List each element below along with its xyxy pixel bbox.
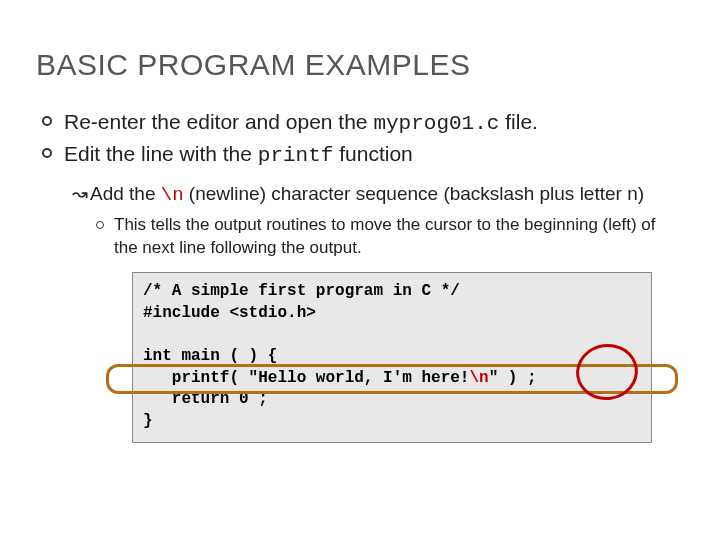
arrow-icon: ↝ xyxy=(72,181,90,207)
bullet-list-level1: Re-enter the editor and open the myprog0… xyxy=(42,108,676,171)
code-line-1: /* A simple first program in C */ xyxy=(143,282,460,300)
bullet1-code: myprog01.c xyxy=(373,112,499,135)
sub-text-pre: Add the xyxy=(90,183,161,204)
slide-title: BASIC PROGRAM EXAMPLES xyxy=(36,48,676,82)
subsub-text: This tells the output routines to move t… xyxy=(114,215,655,257)
bullet1-text-post: file. xyxy=(499,110,538,133)
bullet2-code: printf xyxy=(258,144,334,167)
sub-code: \n xyxy=(161,184,184,206)
slide: BASIC PROGRAM EXAMPLES Re-enter the edit… xyxy=(0,0,720,540)
bullet-list-level3: This tells the output routines to move t… xyxy=(96,214,676,260)
code-block: /* A simple first program in C */ #inclu… xyxy=(132,272,652,443)
code-line-5c: " ) ; xyxy=(489,369,537,387)
code-line-4: int main ( ) { xyxy=(143,347,277,365)
code-line-7: } xyxy=(143,412,153,430)
code-block-wrap: /* A simple first program in C */ #inclu… xyxy=(132,272,652,443)
bullet2-text-post: function xyxy=(333,142,412,165)
code-line-6: return 0 ; xyxy=(143,390,268,408)
code-line-2: #include <stdio.h> xyxy=(143,304,316,322)
bullet1-text-pre: Re-enter the editor and open the xyxy=(64,110,373,133)
bullet2-text-pre: Edit the line with the xyxy=(64,142,258,165)
bullet-item-1: Re-enter the editor and open the myprog0… xyxy=(42,108,676,138)
code-line-5a: printf( "Hello world, I'm here! xyxy=(143,369,469,387)
code-line-5b: \n xyxy=(469,369,488,387)
sub-bullet: ↝Add the \n (newline) character sequence… xyxy=(72,181,676,209)
subsub-item: This tells the output routines to move t… xyxy=(96,214,676,260)
bullet-item-2: Edit the line with the printf function xyxy=(42,140,676,170)
sub-text-post: (newline) character sequence (backslash … xyxy=(184,183,644,204)
